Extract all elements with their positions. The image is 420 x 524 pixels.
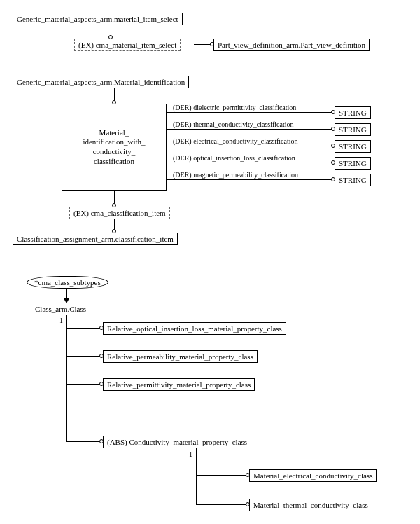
box-material-thermal-conductivity: Material_thermal_conductivity_class bbox=[249, 499, 372, 511]
string-box: STRING bbox=[335, 106, 371, 119]
attr-label: (DER) optical_insertion_loss_classificat… bbox=[173, 154, 295, 162]
one-label: 1 bbox=[189, 450, 192, 458]
attr-label: (DER) electrical_conductivity_classifica… bbox=[173, 137, 298, 145]
oval-cma-class-subtypes: *cma_class_subtypes bbox=[27, 276, 108, 289]
box-class-arm-class: Class_arm.Class bbox=[31, 303, 90, 315]
string-box: STRING bbox=[335, 157, 371, 170]
one-label: 1 bbox=[59, 317, 63, 324]
subclass-box: Relative_permittivity_material_property_… bbox=[103, 378, 255, 391]
string-box: STRING bbox=[335, 123, 371, 136]
main-box-text: Material_ identification_with_ conductiv… bbox=[83, 128, 145, 167]
ex-box-cma-material-item-select: (EX) cma_material_item_select bbox=[74, 39, 181, 51]
subclass-box: Relative_optical_insertion_loss_material… bbox=[103, 322, 286, 335]
box-classification-assignment: Classification_assignment_arm.classifica… bbox=[13, 233, 178, 245]
box-material-identification: Generic_material_aspects_arm.Material_id… bbox=[13, 76, 189, 88]
box-part-view-definition: Part_view_definition_arm.Part_view_defin… bbox=[214, 39, 370, 51]
ex-box-cma-classification-item: (EX) cma_classification_item bbox=[69, 207, 170, 219]
subclass-box-abs-conductivity: (ABS) Conductivity_material_property_cla… bbox=[103, 436, 251, 448]
box-material-electrical-conductivity: Material_electrical_conductivity_class bbox=[249, 469, 377, 482]
attr-label: (DER) thermal_conductivity_classificatio… bbox=[173, 120, 293, 128]
attr-label: (DER) dielectric_permittivity_classifica… bbox=[173, 104, 296, 111]
string-box: STRING bbox=[335, 174, 371, 186]
subclass-box: Relative_permeability_material_property_… bbox=[103, 350, 258, 363]
box-material-identification-with-conductivity: Material_ identification_with_ conductiv… bbox=[62, 104, 167, 191]
string-box: STRING bbox=[335, 140, 371, 153]
attr-label: (DER) magnetic_permeability_classificati… bbox=[173, 171, 298, 179]
box-material-item-select: Generic_material_aspects_arm.material_it… bbox=[13, 13, 183, 25]
